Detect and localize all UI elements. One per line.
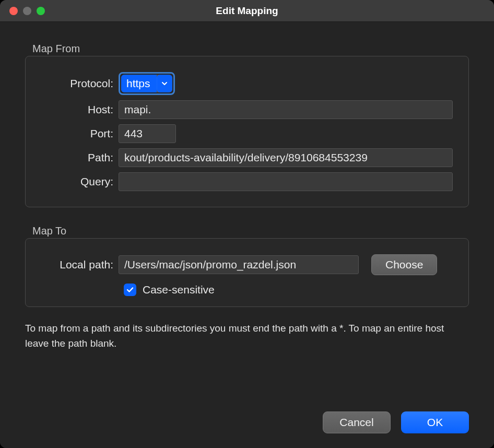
map-from-legend: Map From (32, 43, 469, 55)
window-title: Edit Mapping (0, 5, 494, 17)
path-row: Path: (29, 148, 458, 167)
content: Map From Protocol: https Host: (0, 22, 494, 448)
protocol-value: https (121, 75, 157, 92)
path-label: Path: (29, 151, 119, 164)
hint-text: To map from a path and its subdirectorie… (25, 321, 469, 351)
host-label: Host: (29, 103, 119, 116)
case-sensitive-row: Case-sensitive (124, 284, 458, 296)
ok-button[interactable]: OK (401, 411, 469, 433)
map-from-group: Protocol: https Host: Port: (25, 56, 469, 207)
minimize-icon[interactable] (23, 7, 31, 15)
map-to-legend: Map To (32, 225, 469, 237)
local-path-input[interactable] (119, 255, 359, 274)
path-input[interactable] (119, 148, 453, 167)
local-path-row: Local path: Choose (29, 254, 458, 275)
port-label: Port: (29, 127, 119, 140)
protocol-row: Protocol: https (29, 72, 458, 95)
host-input[interactable] (119, 100, 453, 119)
query-input[interactable] (119, 172, 453, 191)
window-controls (0, 7, 45, 15)
cancel-button[interactable]: Cancel (323, 411, 391, 433)
protocol-label: Protocol: (29, 77, 119, 90)
host-row: Host: (29, 100, 458, 119)
query-row: Query: (29, 172, 458, 191)
local-path-label: Local path: (29, 258, 119, 271)
chevron-down-icon (157, 75, 172, 92)
case-sensitive-checkbox[interactable] (124, 284, 136, 296)
query-label: Query: (29, 175, 119, 188)
close-icon[interactable] (9, 7, 18, 15)
choose-button[interactable]: Choose (371, 254, 437, 275)
port-input[interactable] (119, 124, 176, 143)
map-to-group: Local path: Choose Case-sensitive (25, 238, 469, 307)
case-sensitive-label: Case-sensitive (143, 284, 215, 296)
edit-mapping-window: Edit Mapping Map From Protocol: https Ho… (0, 0, 494, 448)
port-row: Port: (29, 124, 458, 143)
zoom-icon[interactable] (37, 7, 45, 15)
footer: Cancel OK (25, 397, 469, 433)
protocol-select[interactable]: https (119, 72, 175, 95)
titlebar: Edit Mapping (0, 0, 494, 22)
